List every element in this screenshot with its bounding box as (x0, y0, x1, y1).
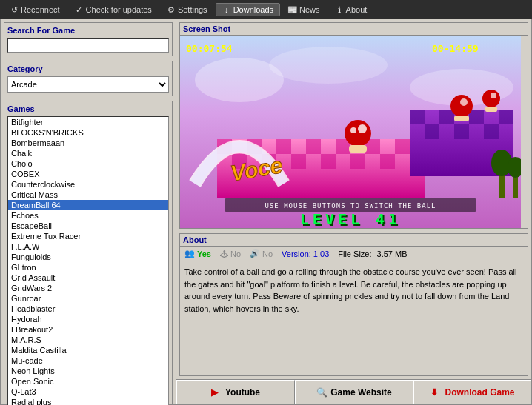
svg-rect-20 (410, 110, 425, 124)
games-list-item[interactable]: Headblaster (8, 304, 168, 314)
about-description: Take control of a ball and go a rolling … (180, 261, 528, 375)
svg-point-35 (350, 127, 356, 133)
search-input[interactable] (7, 38, 169, 53)
joystick-icon: 🕹 (220, 250, 228, 258)
svg-rect-26 (484, 124, 499, 139)
games-list-item[interactable]: Chalk (8, 148, 168, 158)
download-label: Download Game (445, 387, 514, 398)
games-list-item[interactable]: Cholo (8, 158, 168, 169)
games-list-item[interactable]: COBEX (8, 169, 168, 179)
games-list-item[interactable]: Counterclockwise (8, 179, 168, 190)
svg-point-31 (491, 93, 496, 98)
action-bar: ▶ Youtube 🔍 Game Website ⬇ Download Game (176, 379, 531, 404)
youtube-button[interactable]: ▶ Youtube (176, 380, 295, 404)
svg-text:USE MOUSE BUTTONS TO SWITCH TH: USE MOUSE BUTTONS TO SWITCH THE BALL (265, 202, 436, 210)
svg-point-34 (358, 124, 367, 133)
games-list-item[interactable]: Hydorah (8, 314, 168, 324)
games-list[interactable]: BitfighterBLOCKS'N'BRICKSBombermaaanChal… (7, 116, 169, 405)
games-list-item[interactable]: BLOCKS'N'BRICKS (8, 127, 168, 138)
games-list-wrapper: BitfighterBLOCKS'N'BRICKSBombermaaanChal… (7, 116, 169, 405)
svg-rect-14 (291, 154, 306, 169)
category-select[interactable]: Arcade Action Puzzle Strategy (7, 76, 169, 93)
games-list-item[interactable]: Grid Assault (8, 272, 168, 283)
games-list-item[interactable]: Neon Lights (8, 366, 168, 376)
main-content: Search For Game Category Arcade Action P… (0, 19, 532, 405)
games-list-item[interactable]: M.A.R.S (8, 335, 168, 345)
version-label: Version: (282, 250, 311, 258)
games-list-item[interactable]: LBreakout2 (8, 324, 168, 335)
svg-rect-25 (454, 124, 469, 139)
games-list-item[interactable]: Radial plus (8, 397, 168, 405)
games-list-item[interactable]: Maldita Castilla (8, 345, 168, 355)
svg-rect-8 (306, 139, 321, 154)
games-list-item[interactable]: Bombermaaan (8, 138, 168, 148)
nav-reconnect[interactable]: ↺ Reconnect (3, 3, 67, 16)
nav-settings[interactable]: ⚙ Settings (160, 3, 214, 16)
games-list-item[interactable]: DreamBall 64 (8, 200, 168, 210)
filesize-value: 3.57 MB (377, 250, 408, 258)
games-list-item[interactable]: Bitfighter (8, 117, 168, 127)
website-icon: 🔍 (316, 387, 327, 398)
about-meta: 👥 Yes 🕹 No 🔊 No Version: 1.03 File Size: (180, 247, 528, 261)
games-list-item[interactable]: Q-Lat3 (8, 386, 168, 397)
games-list-item[interactable]: Gunroar (8, 293, 168, 304)
svg-point-2 (269, 47, 388, 84)
game-svg: USE MOUSE BUTTONS TO SWITCH THE BALL LEV… (180, 36, 521, 228)
downloads-icon: ↓ (222, 5, 231, 14)
website-button[interactable]: 🔍 Game Website (295, 380, 413, 404)
screenshot-title: Screen Shot (180, 23, 528, 36)
nav-news-label: News (299, 5, 320, 14)
svg-point-30 (482, 90, 500, 107)
nav-check-updates[interactable]: ✓ Check for updates (68, 3, 159, 16)
svg-text:00:07:54: 00:07:54 (186, 43, 233, 54)
left-panel: Search For Game Category Arcade Action P… (0, 19, 176, 405)
nav-about[interactable]: ℹ About (328, 3, 374, 16)
games-title: Games (7, 104, 169, 113)
about-icon: ℹ (335, 5, 344, 14)
svg-rect-36 (349, 145, 367, 153)
svg-point-33 (345, 120, 371, 147)
filesize-label: File Size: (338, 250, 371, 258)
reconnect-icon: ↺ (10, 5, 19, 14)
news-icon: 📰 (288, 5, 297, 14)
svg-rect-16 (350, 154, 365, 169)
games-list-item[interactable]: Mu-cade (8, 355, 168, 366)
svg-rect-29 (454, 116, 469, 121)
sound-icon: 🔊 (250, 249, 260, 258)
games-list-item[interactable]: Echoes (8, 210, 168, 221)
svg-rect-24 (425, 124, 439, 139)
svg-rect-11 (395, 139, 410, 154)
games-section: Games BitfighterBLOCKS'N'BRICKSBombermaa… (4, 101, 173, 405)
svg-point-27 (450, 95, 473, 117)
games-list-item[interactable]: EscapeBall (8, 221, 168, 231)
games-list-item[interactable]: Funguloids (8, 252, 168, 262)
sound-value: No (262, 250, 273, 258)
multiplayer-icon: 👥 (184, 249, 195, 258)
svg-point-28 (460, 98, 468, 106)
meta-multiplayer: 👥 Yes (184, 249, 211, 258)
games-list-item[interactable]: GridWars 2 (8, 283, 168, 293)
games-list-item[interactable]: Open Sonic (8, 376, 168, 386)
meta-sound: 🔊 No (250, 249, 273, 258)
games-list-item[interactable]: Extreme Tux Racer (8, 231, 168, 241)
games-list-item[interactable]: GLtron (8, 262, 168, 272)
nav-news[interactable]: 📰 News (282, 3, 327, 16)
download-button[interactable]: ⬇ Download Game (413, 380, 531, 404)
category-title: Category (7, 64, 169, 73)
screenshot-section: Screen Shot (179, 22, 528, 229)
version-value: 1.03 (313, 250, 329, 258)
games-list-item[interactable]: F.L.A.W (8, 241, 168, 252)
games-list-item[interactable]: Critical Mass (8, 190, 168, 200)
nav-settings-label: Settings (178, 5, 207, 14)
svg-rect-23 (499, 110, 513, 124)
nav-bar: ↺ Reconnect ✓ Check for updates ⚙ Settin… (0, 0, 532, 19)
about-section: About 👥 Yes 🕹 No 🔊 No Version: 1.03 (179, 233, 528, 376)
about-section-title: About (180, 234, 528, 247)
check-updates-icon: ✓ (75, 5, 84, 14)
joystick-value: No (230, 250, 241, 258)
svg-rect-22 (469, 110, 484, 124)
meta-filesize: File Size: 3.57 MB (338, 250, 407, 258)
search-title: Search For Game (7, 26, 169, 35)
nav-check-updates-label: Check for updates (86, 5, 152, 14)
nav-downloads[interactable]: ↓ Downloads (216, 3, 280, 16)
